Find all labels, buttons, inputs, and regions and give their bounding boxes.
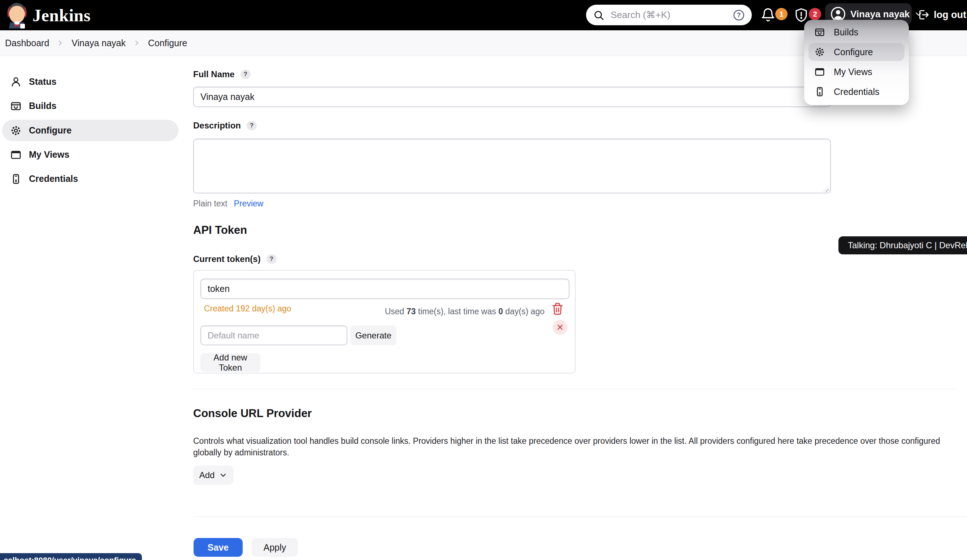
cancel-token-x-button[interactable]: ✕ xyxy=(553,320,568,335)
logout-label: log out xyxy=(934,9,966,21)
builds-icon xyxy=(10,100,21,112)
builds-icon xyxy=(814,27,825,38)
token-name-input[interactable] xyxy=(200,278,569,299)
full-name-input[interactable] xyxy=(193,87,831,107)
sidebar-item-label: Credentials xyxy=(29,173,78,184)
add-provider-button[interactable]: Add xyxy=(193,466,234,485)
description-textarea[interactable] xyxy=(193,138,831,193)
search-placeholder: Search (⌘+K) xyxy=(611,9,732,21)
save-button[interactable]: Save xyxy=(193,538,243,557)
new-token-name-input[interactable] xyxy=(200,326,347,345)
add-provider-label: Add xyxy=(199,470,215,480)
menu-item-builds[interactable]: Builds xyxy=(809,23,904,41)
full-name-label: Full Name xyxy=(193,69,235,79)
svg-text:?: ? xyxy=(737,12,741,19)
credentials-card-icon xyxy=(814,86,825,97)
gear-icon xyxy=(10,125,21,137)
sidebar-item-label: Configure xyxy=(29,125,71,136)
current-tokens-help-icon[interactable]: ? xyxy=(266,254,277,264)
console-url-provider-description: Controls what visualization tool handles… xyxy=(193,435,956,458)
status-bar-url: calhost:8080/user/vinaya/configure xyxy=(0,553,142,560)
breadcrumb-configure[interactable]: Configure xyxy=(148,38,187,48)
menu-item-label: Credentials xyxy=(834,87,879,97)
window-icon xyxy=(814,66,825,77)
menu-item-credentials[interactable]: Credentials xyxy=(809,82,904,100)
notifications-count-badge[interactable]: 1 xyxy=(775,8,787,20)
logout-button[interactable]: log out xyxy=(917,9,966,21)
sidebar-item-status[interactable]: Status xyxy=(2,71,178,92)
description-help-icon[interactable]: ? xyxy=(247,121,257,130)
full-name-help-icon[interactable]: ? xyxy=(241,70,251,79)
console-url-provider-heading: Console URL Provider xyxy=(193,407,312,420)
description-label: Description xyxy=(193,120,241,131)
user-name: Vinaya nayak xyxy=(850,9,909,20)
menu-item-configure[interactable]: Configure xyxy=(809,43,904,61)
section-divider xyxy=(193,389,955,389)
sidebar-item-configure[interactable]: Configure xyxy=(2,120,178,141)
sidebar-item-builds[interactable]: Builds xyxy=(2,95,178,117)
token-usage-text: Used 73 time(s), last time was 0 day(s) … xyxy=(385,307,545,316)
jenkins-head-icon xyxy=(7,2,28,28)
sidebar-item-credentials[interactable]: Credentials xyxy=(2,168,178,189)
breadcrumb-user[interactable]: Vinaya nayak xyxy=(71,38,125,48)
current-tokens-label: Current token(s) xyxy=(193,254,261,264)
menu-item-label: My Views xyxy=(834,67,872,77)
chevron-down-icon xyxy=(219,471,228,479)
token-created-text: Created 192 day(s) ago xyxy=(204,304,291,313)
talking-status-tooltip: Talking: Dhrubajyoti C | DevRel En... xyxy=(838,236,967,254)
logout-icon xyxy=(917,9,929,21)
window-icon xyxy=(10,149,21,161)
security-count-badge[interactable]: 2 xyxy=(809,8,821,20)
menu-item-label: Builds xyxy=(834,27,858,38)
person-icon xyxy=(10,76,21,88)
apply-button[interactable]: Apply xyxy=(252,538,298,557)
breadcrumb-chevron-icon xyxy=(56,39,64,47)
notifications-bell-icon[interactable] xyxy=(761,7,776,23)
plain-text-label: Plain text xyxy=(193,199,228,209)
delete-token-trash-icon[interactable] xyxy=(551,301,564,316)
generate-token-button[interactable]: Generate xyxy=(350,326,396,345)
breadcrumb-chevron-icon xyxy=(133,39,141,47)
preview-link[interactable]: Preview xyxy=(234,199,264,209)
gear-icon xyxy=(814,46,825,58)
search-help-icon[interactable]: ? xyxy=(732,9,745,21)
security-shield-icon[interactable] xyxy=(794,7,809,23)
jenkins-logo-text: Jenkins xyxy=(33,5,91,25)
api-token-box: Created 192 day(s) ago Used 73 time(s), … xyxy=(193,270,576,374)
sidebar-item-label: Status xyxy=(29,76,56,87)
search-input[interactable]: Search (⌘+K) ? xyxy=(586,5,752,25)
sidebar-item-my-views[interactable]: My Views xyxy=(2,144,178,165)
api-token-heading: API Token xyxy=(193,224,247,237)
breadcrumb-dashboard[interactable]: Dashboard xyxy=(5,38,49,48)
footer-divider xyxy=(193,516,967,517)
user-dropdown-menu: Builds Configure My Views xyxy=(804,20,909,105)
add-new-token-button[interactable]: Add new Token xyxy=(200,353,260,372)
menu-item-label: Configure xyxy=(834,47,873,58)
sidebar-item-label: Builds xyxy=(29,100,56,111)
search-icon xyxy=(592,9,605,21)
sidebar-item-label: My Views xyxy=(29,149,69,160)
jenkins-logo[interactable]: Jenkins xyxy=(7,2,91,28)
credentials-card-icon xyxy=(10,173,21,185)
jenkins-user-configure-page: Jenkins Search (⌘+K) ? 1 xyxy=(0,0,967,560)
menu-item-my-views[interactable]: My Views xyxy=(809,63,904,81)
